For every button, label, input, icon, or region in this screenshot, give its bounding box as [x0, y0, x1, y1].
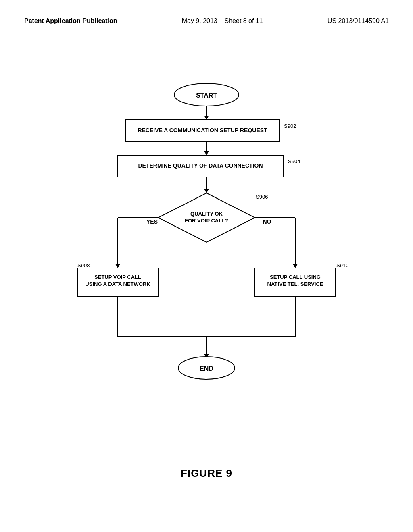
s910-line1: SETUP CALL USING: [270, 274, 321, 280]
s910-label: S910: [336, 262, 348, 268]
svg-marker-2: [204, 116, 209, 120]
s906-line2: FOR VOIP CALL?: [185, 218, 228, 224]
date-label: May 9, 2013: [182, 17, 217, 24]
page: Patent Application Publication May 9, 20…: [0, 0, 413, 532]
svg-marker-17: [293, 264, 298, 268]
s906-label: S906: [256, 194, 268, 200]
s908-line2: USING A DATA NETWORK: [85, 281, 150, 287]
flowchart-svg: START RECEIVE A COMMUNICATION SETUP REQU…: [65, 64, 348, 427]
yes-label: YES: [146, 218, 158, 225]
sheet-label: Sheet 8 of 11: [225, 17, 263, 24]
no-label: NO: [263, 218, 271, 225]
s910-line2: NATIVE TEL. SERVICE: [267, 281, 323, 287]
s904-text: DETERMINE QUALITY OF DATA CONNECTION: [138, 162, 263, 169]
s908-label: S908: [77, 262, 90, 268]
flowchart-container: START RECEIVE A COMMUNICATION SETUP REQU…: [65, 64, 348, 427]
start-label: START: [196, 92, 217, 99]
s902-label: S902: [284, 123, 296, 129]
svg-marker-13: [115, 264, 120, 268]
publication-label: Patent Application Publication: [24, 16, 117, 26]
patent-number-label: US 2013/0114590 A1: [327, 16, 389, 26]
page-header: Patent Application Publication May 9, 20…: [0, 0, 413, 26]
end-label: END: [200, 365, 213, 372]
svg-marker-6: [204, 151, 209, 155]
s908-line1: SETUP VOIP CALL: [94, 274, 141, 280]
s902-text: RECEIVE A COMMUNICATION SETUP REQUEST: [138, 127, 267, 133]
s904-label: S904: [288, 158, 300, 164]
date-sheet-label: May 9, 2013 Sheet 8 of 11: [182, 16, 263, 26]
figure-caption: FIGURE 9: [181, 467, 232, 480]
s906-line1: QUALITY OK: [190, 211, 223, 217]
svg-marker-9: [204, 189, 209, 193]
